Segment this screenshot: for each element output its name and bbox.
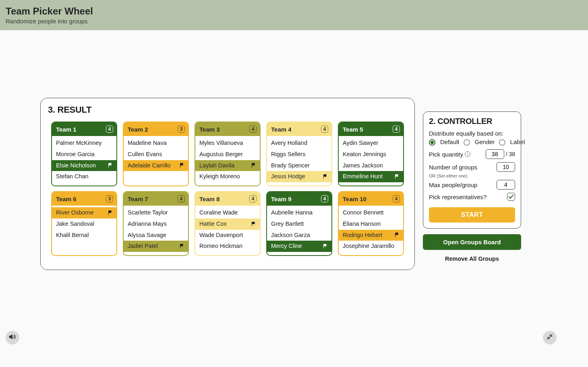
info-icon[interactable]: i xyxy=(465,151,470,157)
team-member: Laylah Davila xyxy=(195,160,260,171)
member-name: Hattie Cox xyxy=(199,220,227,229)
team-member: Keaton Jennings xyxy=(339,149,403,160)
team-member: Jackson Garza xyxy=(267,230,331,241)
team-card: Team 14Palmer McKinneyMonroe GarciaElsie… xyxy=(51,122,117,186)
team-count-badge: 4 xyxy=(321,126,328,133)
flag-icon xyxy=(251,163,257,168)
team-count-badge: 4 xyxy=(249,195,257,202)
team-members: Myles VillanuevaAugustus BergerLaylah Da… xyxy=(195,136,260,186)
team-members: Scarlette TaylorAdrianna MaysAlyssa Sava… xyxy=(124,206,188,255)
controller-panel: 2. CONTROLLER Distribute equally based o… xyxy=(423,111,521,229)
member-name: Connor Bennett xyxy=(343,208,384,217)
team-member: Romeo Hickman xyxy=(195,241,260,252)
team-member: Emmeline Hunt xyxy=(339,171,403,182)
team-count-badge: 4 xyxy=(393,195,400,202)
member-name: Kyleigh Moreno xyxy=(199,172,240,181)
member-name: Riggs Sellers xyxy=(271,150,305,159)
open-groups-board-button[interactable]: Open Groups Board xyxy=(423,234,521,250)
team-members: River OsborneJake SandovalKhalil Bernal xyxy=(52,206,116,244)
shrink-icon xyxy=(547,334,553,342)
radio-label-label: Label xyxy=(510,138,525,145)
team-header: Team 44 xyxy=(267,122,331,136)
team-member: Grey Bartlett xyxy=(267,219,331,230)
team-member: Adelaide Carrillo xyxy=(124,160,188,171)
team-count-badge: 4 xyxy=(321,195,328,202)
team-header: Team 74 xyxy=(124,192,188,206)
team-name: Team 5 xyxy=(343,126,363,133)
flag-icon xyxy=(179,243,185,249)
radio-label[interactable] xyxy=(499,139,505,146)
max-people-input[interactable] xyxy=(497,180,515,190)
team-card: Team 44Avery HollandRiggs SellersBrady S… xyxy=(266,122,332,186)
team-members: Coraline WadeHattie CoxWade DavenportRom… xyxy=(195,206,260,255)
num-groups-input[interactable] xyxy=(497,162,515,172)
member-name: Keaton Jennings xyxy=(343,150,386,159)
team-member: Aydin Sawyer xyxy=(339,138,403,149)
team-count-badge: 3 xyxy=(106,195,113,202)
team-count-badge: 4 xyxy=(106,126,113,133)
team-card: Team 84Coraline WadeHattie CoxWade Daven… xyxy=(195,191,261,256)
team-name: Team 8 xyxy=(199,196,220,202)
team-member: Coraline Wade xyxy=(195,207,260,219)
flag-icon xyxy=(323,174,328,179)
team-member: Alyssa Savage xyxy=(124,230,188,241)
pick-quantity-label: Pick quantity xyxy=(429,151,463,158)
member-name: Jadiel Patel xyxy=(128,242,158,251)
start-button[interactable]: START xyxy=(429,207,515,223)
member-name: Grey Bartlett xyxy=(271,220,304,229)
team-card: Team 63River OsborneJake SandovalKhalil … xyxy=(51,191,117,256)
minimize-button[interactable] xyxy=(543,331,557,344)
member-name: Wade Davenport xyxy=(199,231,243,240)
num-groups-label: Number of groups xyxy=(429,164,477,171)
max-people-label: Max people/group xyxy=(429,181,477,188)
member-name: Monroe Garcia xyxy=(56,150,95,159)
member-name: Alyssa Savage xyxy=(128,231,166,240)
pick-quantity-input[interactable] xyxy=(486,149,504,159)
sound-toggle-button[interactable] xyxy=(6,331,19,344)
team-members: Madeline NavaCullen EvansAdelaide Carril… xyxy=(124,136,188,174)
team-member: Aubrielle Hanna xyxy=(267,207,331,219)
member-name: Avery Holland xyxy=(271,139,307,148)
member-name: Elsie Nicholson xyxy=(56,161,96,170)
pick-reps-checkbox[interactable] xyxy=(507,193,515,201)
team-member: Mercy Cline xyxy=(267,241,331,252)
page-subtitle: Randomize people into groups xyxy=(6,18,582,25)
team-name: Team 10 xyxy=(343,196,366,202)
radio-gender[interactable] xyxy=(464,139,470,146)
flag-icon xyxy=(251,221,257,227)
team-count-badge: 4 xyxy=(249,126,257,133)
remove-all-groups-link[interactable]: Remove All Groups xyxy=(423,256,521,262)
team-members: Aydin SawyerKeaton JenningsJames Jackson… xyxy=(339,136,403,186)
team-member: Josephine Jaramillo xyxy=(339,241,403,252)
team-member: Jesus Hodge xyxy=(267,171,331,182)
team-member: Riggs Sellers xyxy=(267,149,331,160)
team-count-badge: 4 xyxy=(393,126,400,133)
member-name: Adelaide Carrillo xyxy=(128,161,170,170)
distribute-label: Distribute equally based on: xyxy=(429,130,515,137)
member-name: Romeo Hickman xyxy=(199,242,242,251)
team-card: Team 34Myles VillanuevaAugustus BergerLa… xyxy=(195,122,261,186)
team-card: Team 74Scarlette TaylorAdrianna MaysAlys… xyxy=(123,191,189,256)
team-member: Connor Bennett xyxy=(339,207,403,219)
flag-icon xyxy=(108,210,113,216)
team-member: Brady Spencer xyxy=(267,160,331,171)
radio-default[interactable] xyxy=(429,139,435,146)
member-name: Adrianna Mays xyxy=(128,220,167,229)
team-card: Team 23Madeline NavaCullen EvansAdelaide… xyxy=(123,122,189,186)
pick-quantity-total: / 38 xyxy=(506,151,515,157)
flag-icon xyxy=(394,232,400,238)
member-name: Brady Spencer xyxy=(271,161,310,170)
member-name: Palmer McKinney xyxy=(56,139,102,148)
team-members: Avery HollandRiggs SellersBrady SpencerJ… xyxy=(267,136,331,186)
member-name: River Osborne xyxy=(56,208,93,217)
member-name: Aubrielle Hanna xyxy=(271,208,313,217)
team-name: Team 2 xyxy=(128,126,148,133)
team-header: Team 23 xyxy=(124,122,188,136)
page-header: Team Picker Wheel Randomize people into … xyxy=(0,0,588,30)
team-member: Palmer McKinney xyxy=(52,138,116,149)
team-name: Team 6 xyxy=(56,196,77,202)
team-member: Kyleigh Moreno xyxy=(195,171,260,182)
flag-icon xyxy=(108,163,113,168)
team-card: Team 54Aydin SawyerKeaton JenningsJames … xyxy=(338,122,404,186)
team-member: Eliana Hanson xyxy=(339,219,403,230)
